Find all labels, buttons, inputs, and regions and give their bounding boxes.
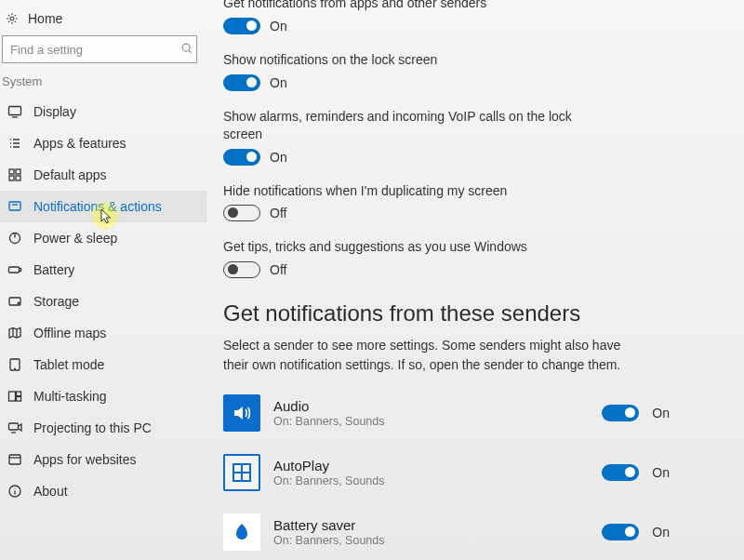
setting-title: Show notifications on the lock screen xyxy=(223,51,707,69)
sidebar-item-label: Battery xyxy=(33,262,74,277)
sidebar-item-display[interactable]: Display xyxy=(0,96,206,127)
svg-rect-16 xyxy=(17,397,21,402)
audio-icon xyxy=(223,394,260,432)
home-button[interactable]: Home xyxy=(0,6,206,35)
svg-point-0 xyxy=(10,17,14,20)
sidebar-item-storage[interactable]: Storage xyxy=(0,286,206,317)
map-icon xyxy=(7,326,22,340)
toggle-hide-duplicating[interactable] xyxy=(223,205,260,221)
sender-sub: On: Banners, Sounds xyxy=(273,415,602,428)
content-pane: Get notifications from apps and other se… xyxy=(206,0,744,560)
sidebar-item-default-apps[interactable]: Default apps xyxy=(0,159,206,191)
toggle-state: Off xyxy=(270,206,286,220)
sidebar-item-apps-features[interactable]: Apps & features xyxy=(0,127,206,159)
toggle-lockscreen-notifications[interactable] xyxy=(223,74,260,91)
setting-title: Hide notifications when I'm duplicating … xyxy=(223,182,707,200)
link-icon xyxy=(7,452,22,467)
sidebar-item-battery[interactable]: Battery xyxy=(0,254,206,286)
sidebar-item-label: Notifications & actions xyxy=(33,199,162,214)
toggle-state: On xyxy=(270,150,287,165)
sender-row-autoplay[interactable]: AutoPlay On: Banners, Sounds On xyxy=(223,448,707,508)
sidebar-item-label: Storage xyxy=(33,294,79,309)
sidebar-item-label: Default apps xyxy=(33,167,107,182)
search-input[interactable] xyxy=(2,35,197,63)
setting-title: Get notifications from apps and other se… xyxy=(223,0,707,12)
sidebar-item-projecting[interactable]: Projecting to this PC xyxy=(0,412,206,444)
toggle-state: Off xyxy=(270,262,286,277)
sidebar-item-label: Multi-tasking xyxy=(33,389,107,404)
sender-sub: On: Banners, Sounds xyxy=(273,474,602,487)
svg-rect-5 xyxy=(9,176,14,180)
section-label: System xyxy=(0,74,206,96)
svg-rect-18 xyxy=(9,455,20,464)
sender-toggle-audio[interactable] xyxy=(602,405,639,421)
multitask-icon xyxy=(7,389,22,404)
toggle-state: On xyxy=(652,406,670,420)
svg-rect-3 xyxy=(9,169,14,174)
svg-rect-9 xyxy=(9,267,20,273)
sender-row-battery-saver[interactable]: Battery saver On: Banners, Sounds On xyxy=(223,508,707,560)
monitor-icon xyxy=(7,104,22,119)
sidebar-item-apps-websites[interactable]: Apps for websites xyxy=(0,444,206,475)
setting-title: Show alarms, reminders and incoming VoIP… xyxy=(223,108,595,143)
home-label: Home xyxy=(28,11,62,26)
tablet-icon xyxy=(7,357,22,372)
sidebar-item-offline-maps[interactable]: Offline maps xyxy=(0,317,206,349)
sidebar-item-multitasking[interactable]: Multi-tasking xyxy=(0,380,206,412)
toggle-state: On xyxy=(652,465,670,480)
senders-description: Select a sender to see more settings. So… xyxy=(223,336,623,374)
gear-icon xyxy=(6,12,19,25)
sidebar-item-label: Projecting to this PC xyxy=(33,420,152,435)
svg-point-12 xyxy=(18,302,20,304)
grid-icon xyxy=(7,167,22,182)
sidebar-item-label: About xyxy=(33,484,68,499)
sender-row-audio[interactable]: Audio On: Banners, Sounds On xyxy=(223,389,707,448)
sidebar-item-label: Tablet mode xyxy=(33,357,104,372)
search-wrap xyxy=(2,35,201,63)
svg-rect-17 xyxy=(9,423,19,430)
senders-heading: Get notifications from these senders xyxy=(223,300,707,327)
sender-toggle-battery-saver[interactable] xyxy=(602,524,639,540)
sidebar-item-label: Power & sleep xyxy=(33,231,117,246)
project-icon xyxy=(7,420,22,435)
sidebar-item-tablet-mode[interactable]: Tablet mode xyxy=(0,349,206,380)
setting-title: Get tips, tricks and suggestions as you … xyxy=(223,238,707,256)
sender-name: AutoPlay xyxy=(273,458,602,473)
nidebar-nav: Display Apps & features Default apps Not… xyxy=(0,96,206,507)
power-icon xyxy=(7,231,22,246)
svg-rect-4 xyxy=(16,169,20,174)
list-icon xyxy=(7,136,22,151)
toggle-lockscreen-alarms[interactable] xyxy=(223,149,260,166)
autoplay-icon xyxy=(223,454,260,491)
sidebar-item-about[interactable]: About xyxy=(0,475,206,507)
sidebar-item-notifications[interactable]: Notifications & actions xyxy=(0,191,206,222)
sidebar-item-label: Apps & features xyxy=(33,136,126,151)
sender-toggle-autoplay[interactable] xyxy=(602,464,639,481)
svg-rect-10 xyxy=(20,269,21,272)
svg-rect-2 xyxy=(9,107,21,115)
info-icon xyxy=(7,484,22,499)
sender-name: Audio xyxy=(273,398,602,414)
sidebar-item-power-sleep[interactable]: Power & sleep xyxy=(0,222,206,254)
battery-icon xyxy=(7,262,22,277)
toggle-apps-senders[interactable] xyxy=(223,18,260,34)
sidebar: Home System Display Apps & features Defa… xyxy=(0,0,206,560)
sender-name: Battery saver xyxy=(273,517,602,533)
svg-rect-15 xyxy=(17,392,21,396)
sidebar-item-label: Apps for websites xyxy=(33,452,137,467)
notification-icon xyxy=(7,199,22,214)
svg-rect-6 xyxy=(16,176,20,180)
svg-rect-14 xyxy=(9,392,16,401)
toggle-tips[interactable] xyxy=(223,261,260,278)
toggle-state: On xyxy=(270,75,287,90)
toggle-state: On xyxy=(270,19,287,33)
toggle-state: On xyxy=(652,525,670,540)
storage-icon xyxy=(7,294,22,309)
sidebar-item-label: Display xyxy=(33,104,76,119)
svg-point-1 xyxy=(182,44,190,51)
search-icon xyxy=(180,42,193,55)
svg-rect-7 xyxy=(9,202,20,210)
sidebar-item-label: Offline maps xyxy=(33,326,106,340)
sender-sub: On: Banners, Sounds xyxy=(273,534,602,547)
battery-saver-icon xyxy=(223,513,260,551)
